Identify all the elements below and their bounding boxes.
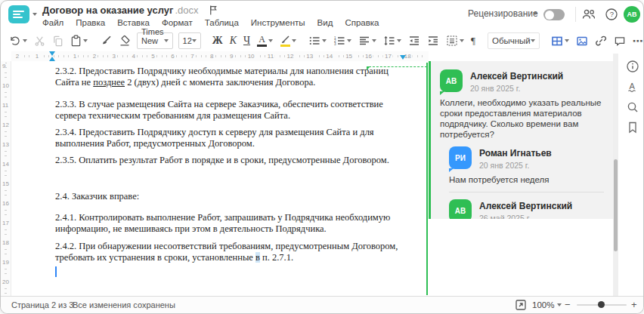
paragraph-settings-caret-icon[interactable] — [460, 39, 464, 42]
undo-button[interactable] — [8, 32, 28, 50]
paragraph[interactable]: 2.4.2. При обнаружении несоответствий тр… — [55, 241, 409, 263]
more-button[interactable]: ⋯ — [632, 32, 644, 50]
menu-Инструменты[interactable]: Инструменты — [251, 18, 305, 27]
menu-Справка[interactable]: Справка — [345, 18, 379, 27]
pilcrow-icon: ¶ — [471, 35, 475, 46]
paintbrush-icon — [100, 35, 112, 47]
text-segment: 2.3.3. В случае размещения Сайта на серв… — [55, 99, 383, 121]
ruler-number: 20 — [2, 279, 9, 285]
app-menu-caret-icon[interactable] — [33, 13, 37, 16]
menu-Файл[interactable]: Файл — [42, 18, 63, 27]
header-divider — [575, 7, 576, 22]
paragraph-settings-button[interactable] — [445, 32, 465, 50]
undo-caret-icon[interactable] — [23, 39, 27, 42]
highlight-icon — [280, 35, 290, 47]
paragraph[interactable]: 2.3.4. Предоставить Подрядчику доступ к … — [55, 127, 409, 149]
spellcheck-icon[interactable]: А — [626, 80, 639, 94]
bookmark-icon[interactable] — [626, 121, 639, 134]
page-indicator[interactable]: Страница 2 из 3 — [11, 297, 73, 313]
comment-card[interactable]: АВАлексей Вертинский26 май 2025 г. — [449, 199, 604, 219]
menu-Вид[interactable]: Вид — [317, 18, 333, 27]
ruler-number: 6 — [169, 52, 175, 60]
zoom-caret-icon[interactable] — [557, 303, 562, 306]
underline-button[interactable]: Ч — [243, 32, 251, 50]
scrollbar-thumb[interactable] — [614, 159, 618, 251]
menu-Вставка[interactable]: Вставка — [117, 18, 150, 27]
flag-icon[interactable] — [208, 5, 219, 16]
ruler-number: 9 — [2, 63, 5, 69]
ruler-number: 18 — [2, 239, 9, 246]
zoom-value[interactable]: 100% — [532, 297, 554, 313]
clear-style-button[interactable] — [118, 32, 132, 50]
zoom-out-button[interactable]: − — [565, 297, 571, 313]
paragraph[interactable]: 2.4. Заказчик вправе: — [55, 191, 409, 202]
text-segment: п. 2.7.1. — [260, 252, 293, 263]
help-icon[interactable]: ? — [605, 8, 620, 21]
comment-thread[interactable]: АВАлексей Вертинский20 янв 2025 г.Коллег… — [429, 61, 613, 219]
increase-indent-button[interactable] — [426, 32, 440, 50]
info-icon[interactable] — [626, 60, 639, 73]
right-indent-marker[interactable] — [400, 55, 406, 60]
paragraph[interactable]: 2.3.2. Предоставить Подрядчику необходим… — [55, 66, 409, 88]
text-segment: 2.3.4. Предоставить Подрядчику доступ к … — [55, 127, 374, 149]
fit-width-icon[interactable] — [515, 299, 527, 311]
paragraph[interactable]: 2.3.5. Оплатить результат Работ в порядк… — [55, 155, 409, 166]
menu-Таблица[interactable]: Таблица — [205, 18, 239, 27]
copy-icon — [52, 35, 63, 47]
table-caret-icon[interactable] — [565, 39, 569, 42]
collaboration-users-icon[interactable] — [581, 8, 596, 21]
user-avatar[interactable]: АВ — [624, 6, 640, 23]
font-name-select[interactable]: Times New ... — [137, 32, 173, 49]
search-icon[interactable] — [626, 100, 639, 114]
align-button[interactable] — [358, 32, 377, 50]
insert-table-button[interactable] — [550, 32, 570, 50]
bullet-list-caret-icon[interactable] — [322, 39, 327, 42]
show-marks-button[interactable]: ¶ — [470, 32, 476, 50]
paste-caret-icon[interactable] — [83, 39, 88, 42]
paragraph[interactable]: 2.4.1. Контролировать выполнение Работ, … — [55, 212, 409, 235]
highlight-color-button[interactable] — [279, 32, 297, 50]
paragraph-style-value: Обычный — [492, 36, 531, 45]
zoom-slider-knob[interactable] — [598, 301, 605, 308]
eraser-icon — [119, 35, 131, 47]
copy-button[interactable] — [51, 32, 64, 50]
save-status: Все изменения сохранены — [73, 297, 175, 313]
bold-button[interactable]: Ж — [212, 32, 224, 50]
decrease-indent-button[interactable] — [407, 32, 421, 50]
bullet-list-button[interactable] — [308, 32, 327, 50]
review-caret-icon[interactable] — [533, 12, 537, 15]
cut-button[interactable] — [33, 32, 46, 50]
italic-button[interactable]: К — [229, 32, 237, 50]
paragraph[interactable]: 2.3.3. В случае размещения Сайта на серв… — [55, 99, 409, 122]
comment-card[interactable]: АВАлексей Вертинский20 янв 2025 г. — [440, 69, 604, 93]
font-color-button[interactable]: А — [256, 32, 274, 50]
font-size-select[interactable]: 12 — [178, 32, 201, 49]
document-page[interactable]: 2.3.2. Предоставить Подрядчику необходим… — [11, 61, 429, 297]
zoom-in-button[interactable]: + — [631, 297, 637, 313]
ruler-number: 15 — [344, 52, 354, 60]
line-spacing-button[interactable] — [382, 32, 402, 50]
insert-link-button[interactable] — [594, 32, 608, 50]
first-line-indent-marker[interactable] — [49, 51, 55, 56]
highlight-caret-icon[interactable] — [292, 39, 296, 42]
comment-avatar: АВ — [440, 69, 463, 92]
comment-card[interactable]: РИРоман Игнатьев20 янв 2025 г. — [449, 146, 604, 170]
copy-style-button[interactable] — [99, 32, 113, 50]
paragraph-style-select[interactable]: Обычный — [488, 32, 540, 49]
numbered-list-caret-icon[interactable] — [347, 39, 351, 42]
review-toggle[interactable] — [543, 9, 565, 20]
text-segment: 2 (двух) дней с момента заключения Догов… — [125, 77, 315, 88]
add-comment-button[interactable] — [613, 32, 627, 50]
align-caret-icon[interactable] — [372, 39, 376, 42]
app-logo-icon[interactable] — [8, 5, 29, 23]
line-spacing-caret-icon[interactable] — [397, 39, 401, 42]
text-segment: позднее — [93, 77, 125, 88]
menu-Правка[interactable]: Правка — [76, 18, 105, 27]
menu-Формат[interactable]: Формат — [162, 18, 193, 27]
font-color-caret-icon[interactable] — [268, 39, 273, 42]
insert-image-button[interactable] — [575, 32, 589, 50]
review-mode-label[interactable]: Рецензирование — [468, 8, 538, 19]
paste-button[interactable] — [70, 32, 88, 50]
numbered-list-button[interactable]: 123 — [333, 32, 352, 50]
h-ruler-numbers: 21123456789101112131415161718 — [11, 51, 429, 61]
